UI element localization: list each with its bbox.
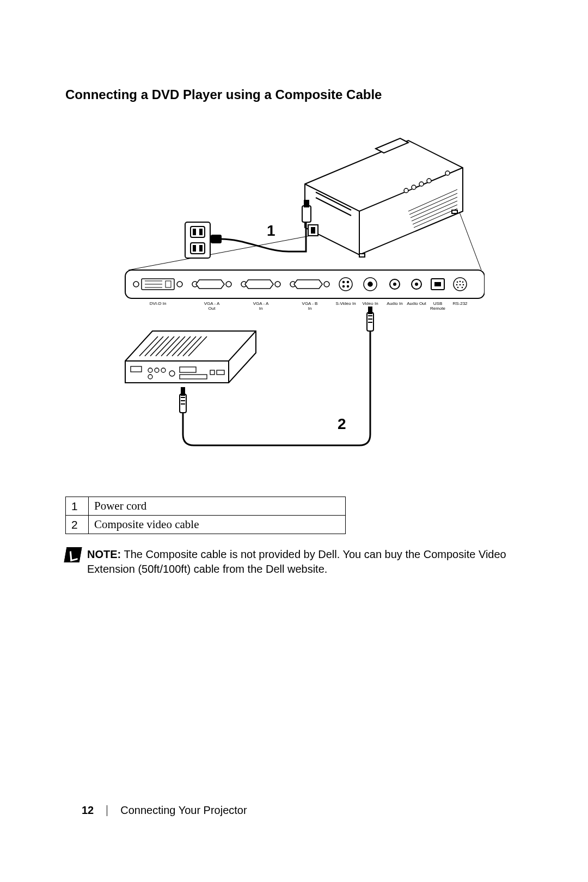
projector-icon: [305, 119, 463, 257]
svg-point-11: [419, 182, 424, 186]
port-label-rs232: RS-232: [452, 301, 468, 306]
svg-rect-28: [191, 226, 205, 237]
svg-rect-24: [452, 210, 457, 213]
svg-point-40: [133, 281, 139, 287]
svg-point-55: [347, 281, 349, 283]
svg-rect-33: [200, 246, 202, 251]
callout-2: 2: [338, 415, 346, 432]
svg-rect-95: [210, 370, 215, 375]
power-cord-icon: [210, 200, 311, 252]
page-number: 12: [82, 804, 94, 817]
port-label-video: Video In: [362, 301, 378, 306]
connection-diagram: 1: [103, 119, 485, 475]
callout-1: 1: [267, 222, 275, 239]
svg-point-57: [347, 286, 349, 287]
table-row: 2 Composite video cable: [66, 516, 346, 534]
legend-label: Power cord: [89, 497, 346, 516]
svg-point-48: [226, 281, 231, 287]
svg-point-92: [169, 371, 175, 376]
note-block: NOTE: The Composite cable is not provide…: [65, 547, 523, 577]
svg-rect-29: [191, 243, 205, 254]
svg-point-42: [177, 281, 182, 287]
svg-point-63: [415, 283, 418, 286]
legend-label: Composite video cable: [89, 516, 346, 534]
svg-rect-87: [131, 366, 142, 372]
svg-point-61: [393, 283, 396, 286]
svg-point-74: [462, 287, 463, 289]
port-label-vga-b-in: VGA - BIn: [302, 301, 318, 311]
port-label-vga-a-in: VGA - AIn: [253, 301, 269, 311]
svg-point-12: [427, 179, 431, 183]
svg-rect-65: [434, 282, 441, 286]
table-row: 1 Power cord: [66, 497, 346, 516]
svg-point-71: [460, 284, 461, 286]
note-body: The Composite cable is not provided by D…: [87, 548, 506, 575]
svg-point-50: [275, 281, 280, 287]
page-footer: 12 Connecting Your Projector: [82, 804, 247, 817]
note-lead: NOTE:: [87, 548, 121, 560]
svg-rect-23: [359, 254, 365, 257]
legend-num: 2: [66, 516, 89, 534]
port-label-audio-in: Audio In: [387, 301, 402, 306]
svg-point-9: [404, 188, 408, 193]
svg-point-88: [148, 368, 152, 372]
port-label-usb: USBRemote: [430, 301, 446, 311]
wall-outlet-icon: [185, 222, 210, 258]
footer-section-title: Connecting Your Projector: [120, 804, 247, 817]
svg-rect-98: [369, 307, 372, 314]
svg-point-91: [148, 375, 152, 379]
svg-point-72: [463, 284, 464, 286]
section-heading: Connecting a DVD Player using a Composit…: [65, 87, 523, 102]
svg-rect-32: [193, 246, 195, 251]
dvd-player-icon: [125, 331, 256, 383]
manual-page: Connecting a DVD Player using a Composit…: [0, 0, 588, 882]
svg-point-59: [368, 282, 372, 286]
svg-point-73: [457, 287, 459, 289]
legend-num: 1: [66, 497, 89, 516]
svg-rect-96: [217, 370, 224, 375]
note-icon: [64, 547, 82, 562]
svg-point-56: [343, 286, 345, 287]
footer-separator: [107, 805, 107, 816]
svg-line-26: [460, 212, 481, 270]
port-label-svideo: S-Video In: [335, 301, 356, 306]
svg-point-14: [445, 171, 450, 175]
svg-rect-34: [211, 235, 221, 243]
svg-rect-46: [166, 281, 171, 287]
svg-point-90: [161, 368, 166, 372]
svg-point-68: [460, 281, 461, 283]
svg-point-89: [155, 368, 159, 372]
svg-point-70: [456, 284, 458, 286]
svg-point-52: [324, 281, 329, 287]
port-label-dvid: DVI-D In: [150, 301, 167, 306]
svg-point-53: [339, 278, 352, 291]
svg-point-69: [462, 281, 464, 283]
port-label-audio-out: Audio Out: [407, 301, 426, 306]
svg-point-10: [412, 185, 416, 189]
svg-rect-38: [304, 200, 309, 207]
svg-rect-37: [302, 206, 311, 222]
svg-point-54: [343, 281, 345, 283]
diagram-svg: 1: [103, 119, 485, 473]
port-panel: DVI-D In VGA - AOut VGA - AIn VGA - BIn …: [125, 270, 485, 311]
svg-rect-16: [311, 228, 315, 233]
svg-rect-30: [193, 229, 195, 235]
svg-rect-103: [181, 388, 185, 395]
svg-rect-93: [180, 367, 196, 372]
svg-rect-94: [180, 375, 207, 379]
svg-rect-31: [200, 229, 202, 235]
legend-table: 1 Power cord 2 Composite video cable: [65, 497, 346, 534]
svg-point-67: [457, 281, 458, 283]
port-label-vga-a-out: VGA - AOut: [204, 301, 220, 311]
note-text: NOTE: The Composite cable is not provide…: [87, 547, 523, 577]
